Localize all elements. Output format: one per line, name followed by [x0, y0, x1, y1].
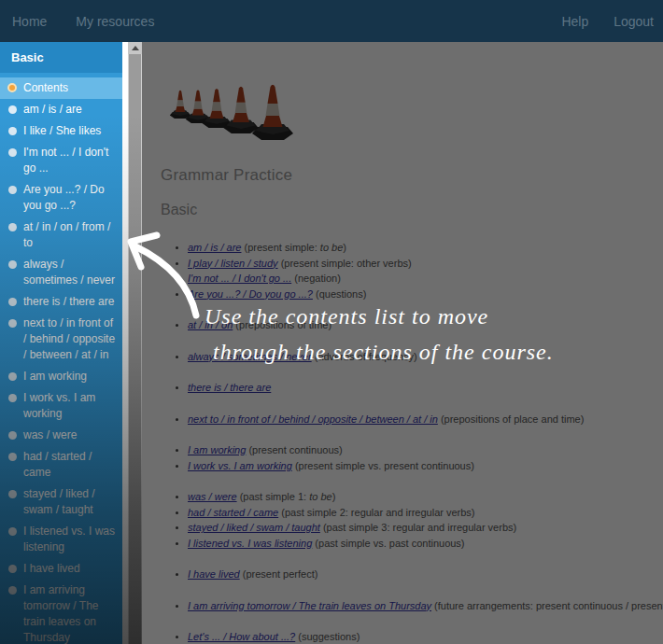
nav-link-help[interactable]: Help [561, 14, 588, 29]
dim-overlay-content [142, 42, 663, 644]
nav-link-my-resources[interactable]: My resources [76, 14, 154, 29]
nav-right-group: Help Logout [561, 14, 663, 29]
dim-overlay-sidebar [0, 42, 142, 644]
nav-link-home[interactable]: Home [12, 14, 47, 29]
top-nav-bar: Home My resources Help Logout [0, 0, 663, 42]
nav-link-logout[interactable]: Logout [614, 14, 654, 29]
nav-left-group: Home My resources [0, 14, 154, 29]
